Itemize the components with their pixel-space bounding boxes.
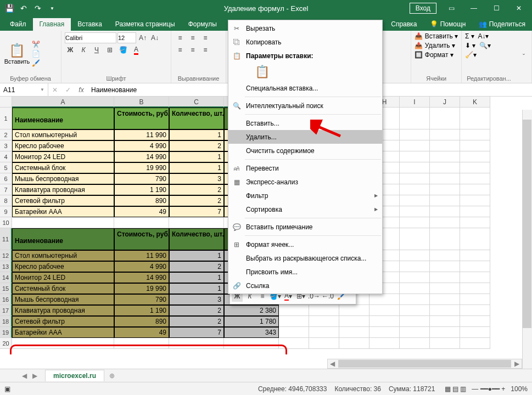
cell[interactable]: 1 (169, 129, 224, 140)
cell[interactable]: 3 (169, 173, 224, 184)
tab-help[interactable]: Справка (384, 18, 423, 31)
cell[interactable]: 14 990 (114, 272, 169, 283)
row-header[interactable]: 10 (0, 217, 12, 228)
ctx-link[interactable]: 🔗Ссылка (228, 279, 382, 292)
next-sheet-button[interactable]: ▶ (32, 372, 37, 380)
tab-home[interactable]: Главная (33, 18, 71, 31)
ctx-comment[interactable]: 💬Вставить примечание (228, 220, 382, 234)
cell[interactable]: Стол компьютерный (12, 250, 114, 261)
align-mid-icon[interactable]: ≡ (187, 32, 198, 43)
ribbon-display-button[interactable]: ▭ (440, 0, 462, 16)
row-header[interactable]: 5 (0, 162, 12, 173)
row-header[interactable]: 8 (0, 195, 12, 206)
cell[interactable]: 4 990 (114, 140, 169, 151)
cell[interactable]: Стоимость, руб. (114, 108, 169, 129)
cell[interactable]: 4 990 (114, 261, 169, 272)
cell[interactable]: Системный блок (12, 283, 114, 294)
row-header[interactable]: 4 (0, 151, 12, 162)
new-sheet-button[interactable]: ⊕ (104, 372, 120, 380)
row-header[interactable]: 15 (0, 283, 12, 294)
col-header[interactable]: J (430, 97, 460, 108)
font-size-input[interactable] (117, 32, 136, 43)
cell[interactable]: 2 (169, 184, 224, 195)
format-cells-button[interactable]: 🔲 Формат ▾ (415, 51, 458, 59)
maximize-button[interactable]: ☐ (485, 0, 507, 16)
view-layout-icon[interactable]: ▤ (452, 385, 458, 393)
copy-icon[interactable]: 📄 (32, 50, 40, 58)
view-normal-icon[interactable]: ▦ (445, 385, 451, 393)
cell[interactable]: Стоимость, руб. (114, 228, 169, 250)
cell[interactable]: 2 (169, 316, 224, 327)
cell[interactable]: Сетевой фильтр (12, 195, 114, 206)
prev-sheet-button[interactable]: ◀ (22, 372, 27, 380)
col-header[interactable]: I (400, 97, 430, 108)
ctx-quick-analysis[interactable]: ▦Экспресс-анализ (228, 175, 382, 189)
cell[interactable]: Мышь беспроводная (12, 173, 114, 184)
align-top-icon[interactable]: ≡ (175, 32, 186, 43)
cell[interactable]: 1 190 (114, 305, 169, 316)
align-bot-icon[interactable]: ≡ (200, 32, 211, 43)
cell[interactable]: 7 (169, 206, 224, 217)
cell[interactable]: Батарейки AAA (12, 206, 114, 217)
font-name-input[interactable] (65, 32, 116, 43)
row-header[interactable]: 3 (0, 140, 12, 151)
cell[interactable]: 19 990 (114, 162, 169, 173)
zoom-level[interactable]: 100% (511, 385, 528, 393)
tab-layout[interactable]: Разметка страницы (109, 18, 182, 31)
cell[interactable]: Стол компьютерный (12, 129, 114, 140)
cell[interactable]: Наименование (12, 108, 114, 129)
clear-button[interactable]: 🧹▾ (465, 51, 513, 59)
cell[interactable]: 19 990 (114, 283, 169, 294)
cell[interactable]: 890 (114, 316, 169, 327)
fill-color-button[interactable]: 🪣 (117, 44, 128, 55)
cell[interactable]: Клавиатура проводная (12, 305, 114, 316)
font-color-button[interactable]: A (131, 44, 142, 55)
macro-record-icon[interactable]: ▣ (4, 385, 10, 393)
align-center-icon[interactable]: ≡ (187, 44, 198, 55)
row-header[interactable]: 11 (0, 228, 12, 250)
cell[interactable]: 890 (114, 195, 169, 206)
cancel-formula-icon[interactable]: ✕ (48, 83, 61, 96)
row-header[interactable]: 7 (0, 184, 12, 195)
collapse-ribbon-button[interactable]: ˇ (516, 31, 531, 83)
cell[interactable]: 2 (169, 305, 224, 316)
ctx-sort[interactable]: Сортировка▶ (228, 202, 382, 216)
ctx-cut[interactable]: ✂Вырезать (228, 21, 382, 35)
ctx-paste-special[interactable]: Специальная вставка... (228, 81, 382, 95)
cell[interactable]: Монитор 24 LED (12, 151, 114, 162)
cell[interactable]: Сетевой фильтр (12, 316, 114, 327)
cell[interactable]: Батарейки AAA (12, 327, 114, 338)
row-header[interactable]: 14 (0, 272, 12, 283)
login-button[interactable]: Вход (410, 3, 436, 14)
cell[interactable]: 14 990 (114, 151, 169, 162)
save-button[interactable]: 💾 (3, 2, 15, 14)
cut-icon[interactable]: ✂️ (32, 41, 40, 48)
name-box[interactable]: A11▼ (0, 83, 48, 96)
ctx-paste-default[interactable]: 📋 (228, 63, 382, 81)
cell[interactable]: 1 780 (224, 316, 279, 327)
ctx-define-name[interactable]: Присвоить имя... (228, 265, 382, 279)
cell[interactable]: 1 (169, 250, 224, 261)
cell[interactable]: Мышь беспроводная (12, 294, 114, 305)
row-header[interactable]: 9 (0, 206, 12, 217)
cell[interactable]: 1 (169, 151, 224, 162)
cell[interactable]: Клавиатура проводная (12, 184, 114, 195)
col-header[interactable]: A (12, 97, 114, 108)
cell[interactable]: 790 (114, 173, 169, 184)
row-header[interactable]: 6 (0, 173, 12, 184)
decrease-font-icon[interactable]: A↓ (149, 32, 160, 43)
cell[interactable]: Монитор 24 LED (12, 272, 114, 283)
ctx-dropdown-pick[interactable]: Выбрать из раскрывающегося списка... (228, 251, 382, 265)
cell[interactable]: Системный блок (12, 162, 114, 173)
cell[interactable]: 7 (169, 327, 224, 338)
col-header[interactable]: K (460, 97, 490, 108)
sheet-tab[interactable]: microexcel.ru (45, 370, 104, 381)
cell[interactable]: 1 (169, 283, 224, 294)
ctx-copy[interactable]: ⿻Копировать (228, 35, 382, 49)
format-painter-icon[interactable]: 🖌️ (32, 59, 40, 67)
fx-icon[interactable]: fx (75, 83, 88, 96)
tell-me[interactable]: 💡 Помощн (423, 18, 472, 31)
ctx-clear[interactable]: Очистить содержимое (228, 144, 382, 157)
delete-cells-button[interactable]: 📤 Удалить ▾ (415, 42, 458, 49)
zoom-slider[interactable]: — ━━●━━ + (472, 385, 505, 393)
